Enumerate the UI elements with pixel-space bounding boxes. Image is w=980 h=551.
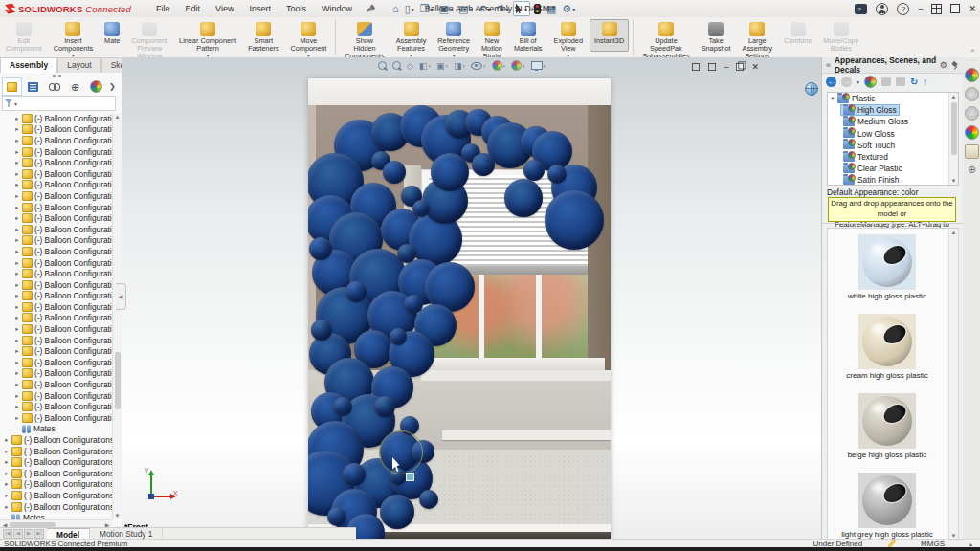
tree-item[interactable]: ▸(-) Balloon Configurations [0, 246, 112, 257]
ribbon-exploded-view-button[interactable]: Exploded View▾ [549, 19, 588, 59]
home-icon[interactable]: ⌂ [390, 2, 401, 15]
redo-icon[interactable]: ↷▾ [495, 2, 511, 15]
tree-item[interactable]: ▸(-) Balloon Configurations [0, 357, 112, 368]
pin-icon[interactable] [366, 4, 375, 13]
balloon[interactable] [419, 490, 438, 509]
tree-item[interactable]: ▸(-) Balloon Configurations [0, 368, 112, 380]
menu-window[interactable]: Window [314, 2, 360, 15]
user-account-icon[interactable] [876, 3, 888, 15]
doc-tile-icon[interactable] [708, 63, 716, 71]
view-settings-icon[interactable]: ▾ [531, 61, 546, 70]
section-view-icon[interactable]: ◧▾ [419, 61, 431, 71]
select-cursor-icon[interactable]: ▾ [513, 1, 530, 16]
appearance-category-textured[interactable]: Textured [828, 151, 958, 163]
tree-item[interactable]: ▸(-) Balloon Configurations [0, 257, 112, 269]
minimize-button[interactable]: – [918, 4, 923, 13]
ribbon-linear-component-pattern-button[interactable]: Linear Component Pattern▾ [174, 19, 241, 59]
tab-assembly[interactable]: Assembly [0, 57, 57, 73]
appearance-category-clear-plastic[interactable]: Clear Plastic [828, 163, 958, 174]
tree-item[interactable]: ▸(-) Balloon Configurations [0, 401, 112, 412]
balloon[interactable] [309, 237, 332, 260]
tree-item[interactable]: ▸(-) Balloon Configurations<3> [0, 456, 112, 468]
collapse-chevrons-icon[interactable]: « [822, 60, 835, 70]
balloon[interactable] [327, 507, 346, 526]
command-console-icon[interactable]: >_ [855, 4, 867, 14]
appearance-swatch[interactable]: beige high gloss plastic [828, 393, 947, 459]
open-icon[interactable]: ❒▾ [418, 2, 435, 15]
tree-item[interactable]: Mates [0, 512, 112, 519]
custom-properties-strip-icon[interactable] [965, 87, 979, 101]
graphics-viewport[interactable]: ◇◧▾▣▾◨▾▾▾▾▾ – ✕ Y X *Front [122, 57, 821, 539]
appearance-swatch[interactable]: cream high gloss plastic [828, 314, 947, 380]
units-dropdown-caret[interactable]: ▴ [969, 540, 972, 547]
tree-item[interactable]: ▸(-) Balloon Configurations [0, 202, 112, 213]
history-dropdown-caret[interactable]: ▾ [857, 78, 859, 85]
tree-item[interactable]: ▸(-) Balloon Configurations<5> [0, 479, 112, 491]
forward-button[interactable]: → [841, 77, 852, 87]
display-style-icon[interactable]: ◨▾ [454, 61, 465, 71]
tree-item[interactable]: ▸(-) Balloon Configurations [0, 323, 112, 335]
tree-item[interactable]: ▸(-) Balloon Configurations [0, 146, 112, 158]
ribbon-collapse-chevron[interactable]: ^ [971, 48, 974, 55]
tab-feature-manager-tree[interactable] [2, 77, 22, 96]
rendered-scene[interactable] [308, 78, 611, 539]
restore-button[interactable] [950, 4, 960, 13]
tree-item[interactable]: ▸(-) Balloon Configurations [0, 235, 112, 247]
balloon-garland[interactable] [308, 78, 611, 539]
appearance-category-satin-finish[interactable]: Satin Finish [828, 174, 958, 186]
strip-drag-dots[interactable]: ⋯⋯ [963, 57, 980, 63]
balloon[interactable] [390, 328, 407, 345]
tree-item[interactable]: ▸(-) Balloon Configurations [0, 113, 112, 124]
up-level-icon[interactable]: ↑ [923, 77, 927, 87]
tree-item[interactable]: ▸(-) Balloon Configurations [0, 390, 112, 402]
menu-file[interactable]: File [148, 2, 178, 15]
traffic-light-icon[interactable] [532, 2, 543, 15]
options-gear-icon[interactable]: ⚙▾ [560, 2, 577, 15]
ribbon-reference-geometry-button[interactable]: Reference Geometry▾ [433, 19, 475, 59]
ribbon-assembly-features-button[interactable]: Assembly Features▾ [391, 19, 432, 59]
tree-item[interactable]: ▸(-) Balloon Configurations [0, 168, 112, 180]
tree-item[interactable]: ▸(-) Balloon Configurations [0, 190, 112, 202]
file-explorer-strip-icon[interactable] [965, 106, 979, 121]
tree-item[interactable]: ▸(-) Balloon Configurations [0, 313, 112, 324]
tree-item[interactable]: ▸(-) Balloon Configurations<2> [0, 446, 112, 457]
tree-item[interactable]: ▸(-) Balloon Configurations [0, 291, 112, 302]
undo-icon[interactable]: ↶▾ [476, 2, 492, 15]
ribbon-instant3d-button[interactable]: Instant3D [590, 19, 629, 52]
menu-view[interactable]: View [208, 2, 241, 15]
tab-property-manager[interactable] [23, 77, 43, 96]
tree-item[interactable]: ▸(-) Balloon Configurations [0, 335, 112, 346]
tab-layout[interactable]: Layout [57, 57, 101, 73]
balloon[interactable] [383, 161, 406, 184]
tree-item[interactable]: ▸(-) Balloon Configurations [0, 124, 112, 136]
appearances-home-icon[interactable] [864, 76, 877, 88]
tree-item[interactable]: ▸(-) Balloon Configurations [0, 135, 112, 146]
apply-scene-icon[interactable]: ▾ [511, 60, 525, 71]
panel-collapse-tab[interactable]: ◀ [116, 283, 126, 310]
hide-show-items-icon[interactable]: ▾ [471, 62, 486, 70]
refresh-icon[interactable]: ↻ [910, 77, 918, 87]
doc-close-button[interactable]: ✕ [751, 62, 759, 72]
balloon[interactable] [412, 200, 430, 217]
balloon[interactable] [504, 179, 543, 217]
edit-appearance-icon[interactable]: ▾ [492, 60, 506, 71]
tree-item[interactable]: ▸(-) Balloon Configurations<7> [0, 501, 112, 513]
menu-edit[interactable]: Edit [178, 2, 209, 15]
balloon[interactable] [343, 463, 366, 486]
tree-item[interactable]: ▸(-) Balloon Configurations [0, 268, 112, 279]
balloon[interactable] [345, 281, 367, 302]
ribbon-mate-button[interactable]: Mate [100, 19, 124, 52]
tree-item[interactable]: ▸(-) Balloon Configurations [0, 157, 112, 168]
tree-item[interactable]: ▸(-) Balloon Configurations<6> [0, 490, 112, 501]
ribbon-bill-of-materials-button[interactable]: Bill of Materials [509, 19, 547, 59]
tree-item[interactable]: ▸(-) Balloon Configurations [0, 301, 112, 313]
balloon[interactable] [333, 397, 352, 416]
layout-grid-button[interactable] [931, 4, 942, 14]
balloon[interactable] [523, 160, 545, 181]
appearance-category-soft-touch[interactable]: Soft Touch [828, 140, 958, 151]
help-icon[interactable]: ? [897, 3, 909, 15]
back-button[interactable]: ← [826, 77, 836, 87]
category-scrollbar[interactable]: ▲▼ [948, 93, 958, 185]
tab-scroll-prev[interactable]: ◀ [13, 529, 23, 539]
origin-strip-icon[interactable]: ⊕ [966, 164, 978, 176]
